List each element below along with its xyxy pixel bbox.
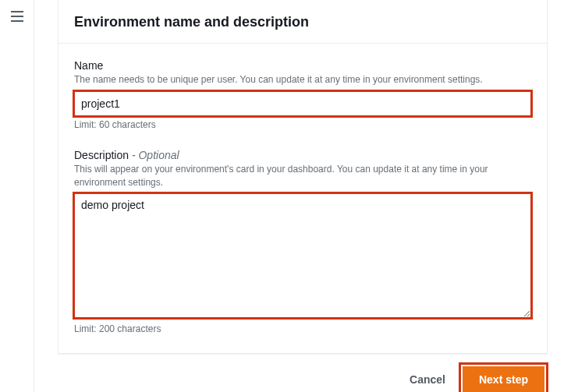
description-label-text: Description — [74, 149, 129, 161]
name-help: The name needs to be unique per user. Yo… — [74, 73, 531, 87]
panel-body: Name The name needs to be unique per use… — [59, 44, 547, 353]
name-limit: Limit: 60 characters — [74, 119, 531, 130]
next-step-button[interactable]: Next step — [463, 366, 544, 392]
actions-row: Cancel Next step — [58, 354, 548, 392]
description-input[interactable]: demo project — [74, 193, 531, 318]
next-button-highlight: Next step — [463, 366, 544, 392]
panel-title: Environment name and description — [74, 14, 531, 30]
description-limit: Limit: 200 characters — [74, 323, 531, 334]
sidebar — [0, 0, 34, 392]
main-content: Environment name and description Name Th… — [34, 0, 571, 392]
panel-header: Environment name and description — [59, 0, 547, 44]
description-label: Description - Optional — [74, 149, 531, 161]
description-field-group: Description - Optional This will appear … — [74, 149, 531, 335]
cancel-button[interactable]: Cancel — [406, 367, 449, 392]
description-help: This will appear on your environment's c… — [74, 163, 531, 189]
name-field-group: Name The name needs to be unique per use… — [74, 59, 531, 130]
environment-panel: Environment name and description Name Th… — [58, 0, 548, 354]
name-label: Name — [74, 59, 531, 72]
menu-toggle-icon[interactable] — [11, 11, 23, 22]
name-input[interactable] — [74, 91, 531, 116]
description-optional: - Optional — [129, 149, 179, 161]
